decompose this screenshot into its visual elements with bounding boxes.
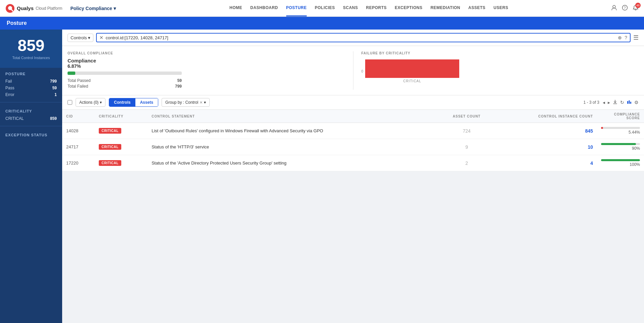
row3-cid: 17220 [62,155,95,171]
group-by-chevron-icon: ▾ [204,100,206,105]
row2-control-statement: Status of the 'HTTP/3' service [147,139,438,155]
table-row: 17220 CRITICAL Status of the 'Active Dir… [62,155,644,171]
compliance-percentage: 6.87% [68,63,345,69]
table-body: 14028 CRITICAL List of 'Outbound Rules' … [62,123,644,171]
row3-control-statement: Status of the 'Active Directory Protecte… [147,155,438,171]
posture-fail-count: 799 [50,79,57,84]
row2-criticality: CRITICAL [95,139,147,155]
group-by-clear-icon[interactable]: ✕ [200,100,203,105]
search-icons: ⊕ ? [618,35,627,40]
nav-users[interactable]: USERS [493,0,508,16]
data-table: CID CRITICALITY CONTROL STATEMENT ASSET … [62,110,644,171]
posture-pass-count: 59 [52,86,57,90]
row3-score: 100% [597,155,644,171]
total-failed-label: Total Failed [68,84,88,89]
row2-cid: 24717 [62,139,95,155]
total-control-instances-label: Total Control Instances [5,56,57,60]
table-row: 24717 CRITICAL Status of the 'HTTP/3' se… [62,139,644,155]
settings-button[interactable]: ⚙ [634,100,639,105]
help-icon[interactable]: ? [622,5,628,12]
posture-error-count: 1 [54,92,57,97]
posture-error-row: Error 1 [5,91,57,98]
exception-status-section: EXCEPTION STATUS [0,129,62,140]
main-nav: HOME DASHBOARD POSTURE POLICIES SCANS RE… [127,0,611,16]
filter-label: Controls [71,35,87,40]
nav-dashboard[interactable]: DASHBOARD [250,0,278,16]
critical-badge: CRITICAL [99,144,121,150]
product-selector[interactable]: Policy Compliance ▾ [70,6,116,11]
compliance-progress-bar [68,72,182,75]
controls-tab[interactable]: Controls [109,98,135,106]
nav-home[interactable]: HOME [229,0,242,16]
pagination-prev-button[interactable]: ◂ [603,100,605,105]
col-header-compliance-score: COMPLIANCE SCORE [597,110,644,123]
criticality-section: CRITICALITY CRITICAL 859 [0,105,62,123]
top-bar: Qualys Cloud Platform Policy Compliance … [0,0,644,17]
row1-control-statement: List of 'Outbound Rules' configured in W… [147,123,438,139]
nav-reports[interactable]: REPORTS [366,0,387,16]
nav-posture[interactable]: POSTURE [286,0,307,16]
row1-score-pct: 5.44% [601,130,640,135]
download-button[interactable] [613,100,617,105]
chart-axis-label: 0 [361,70,363,73]
table-header: CID CRITICALITY CONTROL STATEMENT ASSET … [62,110,644,123]
nav-assets[interactable]: ASSETS [468,0,485,16]
row2-asset-count: 9 [438,139,496,155]
search-input-wrap: ✕ ⊕ ? [96,33,631,42]
chart-view-button[interactable] [627,100,632,105]
actions-button[interactable]: Actions (0) ▾ [76,98,105,107]
criticality-critical-label: CRITICAL [5,116,24,121]
row2-instance-count: 10 [496,139,597,155]
row3-score-bar-wrap [601,159,640,161]
row3-criticality: CRITICAL [95,155,147,171]
search-help-button[interactable]: ? [625,35,627,40]
col-header-asset-count: ASSET COUNT [438,110,496,123]
row3-asset-count: 2 [438,155,496,171]
search-clear-button[interactable]: ✕ [99,35,103,40]
notifications-icon[interactable]: 48 [633,5,639,12]
svg-text:?: ? [624,6,626,10]
exception-status-title: EXCEPTION STATUS [5,133,57,137]
pagination-next-button[interactable]: ▸ [608,100,610,105]
search-input[interactable] [105,35,618,40]
nav-remediation[interactable]: REMEDIATION [430,0,460,16]
row3-instance-count: 4 [496,155,597,171]
group-by-button[interactable]: Group by : Control ✕ ▾ [162,98,210,107]
page-title: Posture [7,20,27,26]
row1-score-bar [601,127,603,129]
nav-right: ? 48 [611,5,639,12]
hamburger-menu-button[interactable]: ☰ [633,34,639,41]
sidebar: 859 Total Control Instances POSTURE Fail… [0,30,62,323]
row3-score-bar [601,159,640,161]
posture-error-label: Error [5,92,14,97]
add-filter-button[interactable]: ⊕ [618,35,622,40]
chevron-down-icon: ▾ [114,6,116,11]
assets-tab[interactable]: Assets [135,98,158,106]
refresh-button[interactable]: ↻ [620,100,624,105]
row2-score-bar-wrap [601,143,640,145]
nav-scans[interactable]: SCANS [343,0,358,16]
total-failed-row: Total Failed 799 [68,84,182,89]
content-area: Controls ▾ ✕ ⊕ ? ☰ OVERALL COMPLIANCE Co… [62,30,644,323]
nav-exceptions[interactable]: EXCEPTIONS [395,0,422,16]
compliance-title: Compliance [68,58,345,63]
critical-bar-label: CRITICAL [365,79,459,83]
row3-score-pct: 100% [601,162,640,167]
filter-dropdown[interactable]: Controls ▾ [68,34,93,42]
overall-compliance-panel: OVERALL COMPLIANCE Compliance 6.87% Tota… [68,51,353,90]
posture-fail-row: Fail 799 [5,78,57,85]
critical-bar [365,59,459,78]
failure-criticality-label: FAILURE BY CRITICALITY [361,51,639,55]
criticality-section-title: CRITICALITY [5,109,57,113]
svg-rect-8 [630,102,631,104]
user-icon[interactable] [611,5,617,12]
svg-rect-6 [627,101,628,104]
nav-policies[interactable]: POLICIES [315,0,335,16]
row1-cid: 14028 [62,123,95,139]
logo-sub: Cloud Platform [36,6,62,11]
select-all-checkbox[interactable] [68,100,72,105]
logo-area: Qualys Cloud Platform [5,4,62,13]
controls-toolbar: Actions (0) ▾ Controls Assets Group by :… [62,95,644,110]
col-header-instance-count: CONTROL INSTANCE COUNT [496,110,597,123]
criticality-critical-row: CRITICAL 859 [5,115,57,122]
